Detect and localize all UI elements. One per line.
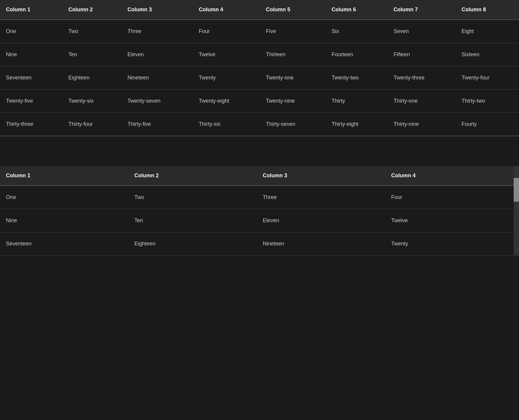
cell-8col-r5-c1: Thirty-three [0,113,62,136]
cell-8col-r5-c2: Thirty-four [62,113,122,136]
bottom-section: Column 1Column 2Column 3Column 4 OneTwoT… [0,166,519,256]
cell-8col-r3-c7: Twenty-three [387,66,456,90]
cell-4col-r2-c1: Nine [0,209,129,232]
table-row: NineTenElevenTwelve [0,209,514,232]
cell-4col-r3-c2: Eighteen [129,232,257,256]
table-row: SeventeenEighteenNineteenTwentyTwenty-on… [0,66,519,90]
scrollbar-thumb[interactable] [514,178,519,202]
header-8col-col6: Column 6 [326,0,387,20]
header-8col-col5: Column 5 [260,0,326,20]
cell-8col-r3-c2: Eighteen [62,66,122,90]
cell-8col-r1-c2: Two [62,20,122,43]
cell-8col-r3-c8: Twenty-four [456,66,519,90]
spacer [0,154,519,166]
table-8col: Column 1Column 2Column 3Column 4Column 5… [0,0,519,136]
cell-8col-r2-c4: Twelve [193,43,260,66]
cell-8col-r1-c4: Four [193,20,260,43]
header-4col-col4: Column 4 [385,166,514,186]
cell-8col-r5-c6: Thirty-eight [326,113,387,136]
cell-4col-r3-c4: Twenty [385,232,514,256]
table-row: OneTwoThreeFour [0,186,514,209]
cell-8col-r1-c3: Three [121,20,193,43]
table-row: NineTenElevenTwelveThirteenFourteenFifte… [0,43,519,66]
table-4col: Column 1Column 2Column 3Column 4 OneTwoT… [0,166,514,256]
cell-8col-r4-c2: Twenty-six [62,90,122,113]
cell-4col-r2-c4: Twelve [385,209,514,232]
cell-8col-r3-c1: Seventeen [0,66,62,90]
cell-8col-r2-c5: Thirteen [260,43,326,66]
cell-8col-r3-c4: Twenty [193,66,260,90]
cell-8col-r5-c7: Thirty-nine [387,113,456,136]
cell-8col-r2-c3: Eleven [121,43,193,66]
scrollbar-track[interactable] [514,166,519,256]
header-4col-col2: Column 2 [129,166,257,186]
cell-8col-r5-c5: Thirty-seven [260,113,326,136]
cell-8col-r5-c4: Thirty-six [193,113,260,136]
cell-8col-r2-c1: Nine [0,43,62,66]
cell-4col-r1-c3: Three [257,186,385,209]
cell-8col-r2-c6: Fourteen [326,43,387,66]
cell-4col-r1-c1: One [0,186,129,209]
cell-8col-r1-c7: Seven [387,20,456,43]
header-8col-col8: Column 8 [456,0,519,20]
cell-4col-r1-c4: Four [385,186,514,209]
header-8col-col3: Column 3 [121,0,193,20]
table-row: Thirty-threeThirty-fourThirty-fiveThirty… [0,113,519,136]
cell-8col-r5-c8: Fourty [456,113,519,136]
table-row: SeventeenEighteenNineteenTwenty [0,232,514,256]
cell-4col-r3-c3: Nineteen [257,232,385,256]
header-8col-col1: Column 1 [0,0,62,20]
header-8col-col4: Column 4 [193,0,260,20]
cell-8col-r4-c7: Thirty-one [387,90,456,113]
cell-8col-r1-c5: Five [260,20,326,43]
cell-8col-r4-c3: Twenty-seven [121,90,193,113]
table-row: OneTwoThreeFourFiveSixSevenEight [0,20,519,43]
cell-4col-r2-c3: Eleven [257,209,385,232]
cell-8col-r2-c8: Sixteen [456,43,519,66]
cell-8col-r4-c8: Thirty-two [456,90,519,113]
cell-8col-r2-c7: Fifteen [387,43,456,66]
cell-8col-r3-c3: Nineteen [121,66,193,90]
page-container: Column 1Column 2Column 3Column 4Column 5… [0,0,519,420]
cell-8col-r4-c5: Twenty-nine [260,90,326,113]
cell-8col-r1-c6: Six [326,20,387,43]
header-4col-col1: Column 1 [0,166,129,186]
table-row: Twenty-fiveTwenty-sixTwenty-sevenTwenty-… [0,90,519,113]
header-4col-col3: Column 3 [257,166,385,186]
cell-4col-r2-c2: Ten [129,209,257,232]
header-8col-col2: Column 2 [62,0,122,20]
table-4col-wrapper[interactable]: Column 1Column 2Column 3Column 4 OneTwoT… [0,166,514,256]
cell-8col-r4-c1: Twenty-five [0,90,62,113]
cell-8col-r5-c3: Thirty-five [121,113,193,136]
cell-4col-r3-c1: Seventeen [0,232,129,256]
cell-4col-r1-c2: Two [129,186,257,209]
header-row-4col: Column 1Column 2Column 3Column 4 [0,166,514,186]
cell-8col-r2-c2: Ten [62,43,122,66]
cell-8col-r4-c4: Twenty-eight [193,90,260,113]
cell-8col-r4-c6: Thirty [326,90,387,113]
cell-8col-r1-c1: One [0,20,62,43]
cell-8col-r1-c8: Eight [456,20,519,43]
cell-8col-r3-c5: Twenty-one [260,66,326,90]
cell-8col-r3-c6: Twenty-two [326,66,387,90]
header-8col-col7: Column 7 [387,0,456,20]
header-row-8col: Column 1Column 2Column 3Column 4Column 5… [0,0,519,20]
